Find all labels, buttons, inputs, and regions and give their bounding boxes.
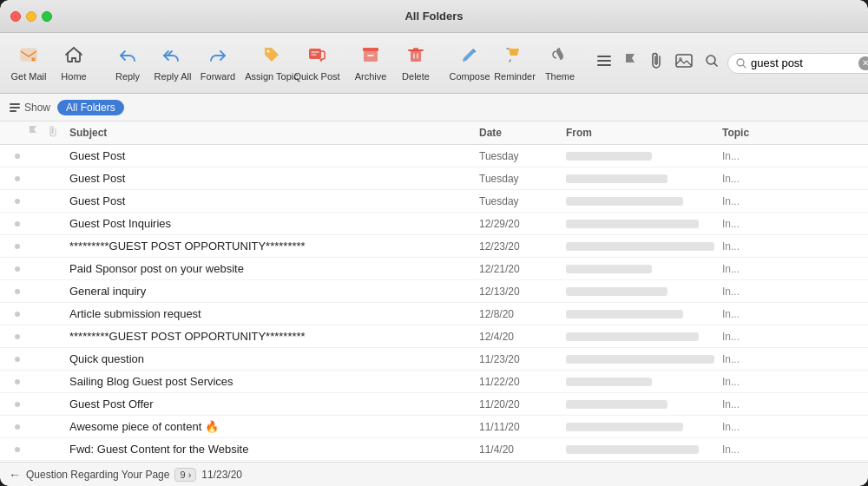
col-attachment: [49, 125, 69, 141]
reply-all-button[interactable]: Reply All: [151, 41, 194, 85]
email-from: [566, 174, 722, 183]
svg-rect-3: [363, 48, 378, 51]
svg-rect-4: [364, 51, 378, 62]
reminder-icon: [504, 44, 525, 69]
compose-icon: [459, 44, 480, 69]
unread-dot: [7, 424, 28, 430]
email-row[interactable]: Awesome piece of content 🔥11/11/20In...: [0, 416, 868, 438]
email-topic: In...: [722, 398, 826, 410]
title-bar: All Folders: [0, 0, 868, 33]
email-row[interactable]: Guest Post Inquiries12/29/20In...: [0, 213, 868, 235]
email-row[interactable]: Article submission request12/8/20In...: [0, 303, 868, 325]
reminder-button[interactable]: Reminder: [493, 41, 536, 85]
email-from: [566, 445, 722, 454]
email-row[interactable]: Fwd: Guest Content for the Website11/4/2…: [0, 438, 868, 461]
flag-view-icon[interactable]: [620, 49, 642, 77]
svg-rect-15: [10, 110, 16, 112]
delete-icon: [405, 44, 426, 69]
search-icon[interactable]: [701, 50, 722, 76]
email-date: Tuesday: [479, 195, 566, 207]
view-icons: [592, 49, 696, 77]
theme-button[interactable]: Theme: [538, 41, 582, 85]
show-button[interactable]: Show: [9, 102, 50, 114]
get-mail-button[interactable]: Get Mail: [7, 41, 50, 85]
svg-rect-5: [411, 50, 421, 62]
search-input[interactable]: [751, 56, 855, 69]
quick-post-button[interactable]: Quick Post: [295, 41, 339, 85]
reply-label: Reply: [115, 71, 140, 82]
email-row[interactable]: Guest PostTuesdayIn...: [0, 145, 868, 167]
email-topic: In...: [722, 240, 826, 253]
search-bar[interactable]: ✕: [727, 53, 868, 74]
compose-button[interactable]: Compose: [448, 41, 491, 85]
forward-label: Forward: [201, 71, 235, 82]
active-filter-tag[interactable]: All Folders: [57, 100, 124, 115]
get-mail-icon: [18, 44, 39, 69]
list-view-icon[interactable]: [592, 49, 616, 77]
show-icon: [9, 102, 21, 114]
email-from: [566, 197, 722, 206]
reply-button[interactable]: Reply: [106, 41, 149, 85]
email-row[interactable]: *********GUEST POST OPPORTUNITY*********…: [0, 325, 868, 348]
delete-button[interactable]: Delete: [394, 41, 437, 85]
email-topic: In...: [722, 308, 826, 320]
email-row[interactable]: Paid Sponsor post on your website12/21/2…: [0, 258, 868, 280]
email-list-header: Subject Date From Topic: [0, 122, 868, 145]
email-row[interactable]: Sailing Blog Guest post Services11/22/20…: [0, 371, 868, 393]
assign-topic-button[interactable]: Assign Topic: [250, 41, 293, 85]
assign-topic-icon: [261, 44, 282, 69]
maximize-button[interactable]: [42, 11, 52, 22]
forward-button[interactable]: Forward: [196, 41, 240, 85]
main-window: All Folders Get Mail Home: [0, 0, 868, 486]
unread-dot: [7, 447, 28, 452]
bottom-subject: Question Regarding Your Page: [26, 469, 169, 481]
email-row[interactable]: Guest PostTuesdayIn...: [0, 190, 868, 213]
email-subject: Paid Sponsor post on your website: [69, 262, 479, 275]
unread-dot: [7, 199, 28, 204]
col-subject-header: Subject: [69, 127, 479, 139]
email-row[interactable]: Quick question11/23/20In...: [0, 348, 868, 371]
col-date-header: Date: [479, 127, 566, 139]
home-label: Home: [61, 71, 86, 82]
unread-dot: [7, 379, 28, 384]
email-row[interactable]: Guest PostTuesdayIn...: [0, 167, 868, 190]
bottom-bar: ← Question Regarding Your Page 9 › 11/23…: [0, 462, 868, 486]
archive-label: Archive: [355, 71, 387, 82]
bottom-badge[interactable]: 9 ›: [174, 468, 196, 482]
unread-dot: [7, 266, 28, 272]
email-row[interactable]: *********GUEST POST OPPORTUNITY*********…: [0, 235, 868, 258]
email-subject: Guest Post: [69, 149, 479, 162]
email-subject: Awesome piece of content 🔥: [69, 420, 479, 433]
email-topic: In...: [722, 353, 826, 365]
attachment-icon[interactable]: [646, 49, 668, 77]
back-arrow[interactable]: ←: [9, 468, 21, 482]
search-bar-icon: [735, 57, 747, 69]
email-topic: In...: [722, 331, 826, 343]
email-row[interactable]: General inquiry12/13/20In...: [0, 280, 868, 303]
filter-bar: Show All Folders: [0, 94, 868, 122]
close-button[interactable]: [10, 11, 21, 22]
col-topic-header: Topic: [722, 127, 826, 139]
get-mail-label: Get Mail: [11, 71, 47, 82]
email-row[interactable]: Guest Post Offer11/20/20In...: [0, 393, 868, 416]
reply-all-icon: [162, 44, 183, 69]
email-from: [566, 378, 722, 386]
bottom-date: 11/23/20: [201, 469, 242, 481]
image-icon[interactable]: [672, 49, 696, 76]
archive-icon: [360, 44, 381, 69]
svg-rect-2: [309, 49, 321, 59]
email-from: [566, 332, 722, 341]
theme-label: Theme: [545, 71, 575, 82]
email-subject: Sailing Blog Guest post Services: [69, 375, 479, 388]
unread-dot: [7, 154, 28, 159]
archive-button[interactable]: Archive: [349, 41, 392, 85]
home-button[interactable]: Home: [52, 41, 95, 85]
email-topic: In...: [722, 421, 826, 433]
email-date: 11/4/20: [479, 443, 566, 456]
email-date: 12/13/20: [479, 286, 566, 298]
svg-rect-14: [10, 107, 20, 108]
minimize-button[interactable]: [26, 11, 36, 22]
search-clear-button[interactable]: ✕: [858, 56, 868, 70]
email-date: 12/29/20: [479, 218, 566, 230]
reply-all-label: Reply All: [155, 71, 192, 82]
